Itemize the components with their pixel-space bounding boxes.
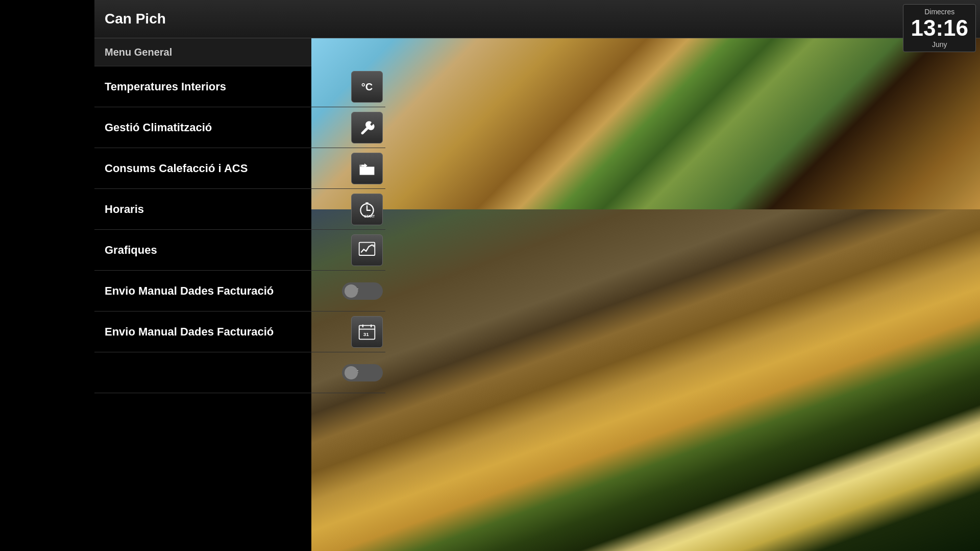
horaris-icon-button[interactable]: START xyxy=(351,194,383,225)
menu-item-label-grafiques: Grafiques xyxy=(105,244,351,257)
toggle-knob-2 xyxy=(345,366,358,379)
toggle-envio1[interactable]: OFF xyxy=(342,282,383,300)
svg-text:START: START xyxy=(364,214,375,218)
header-bar: Can Pich xyxy=(94,0,980,38)
app-title: Can Pich xyxy=(94,11,166,27)
folder-icon xyxy=(358,159,376,178)
toggle-knob-1 xyxy=(345,284,358,298)
background-photo-bottom xyxy=(311,209,980,551)
menu-item-envio1[interactable]: Envio Manual Dades Facturació OFF xyxy=(94,271,385,312)
menu-item-envio2[interactable]: Envio Manual Dades Facturació 31 xyxy=(94,312,385,352)
sub-header-bar: Menu General xyxy=(94,38,311,66)
menu-item-horaris[interactable]: Horaris START xyxy=(94,189,385,230)
menu-item-envio3[interactable]: OFF xyxy=(94,352,385,393)
bottom-panel xyxy=(94,510,311,551)
background-photo-top xyxy=(311,38,980,209)
menu-item-label-envio2: Envio Manual Dades Facturació xyxy=(105,325,351,339)
svg-text:31: 31 xyxy=(363,331,369,337)
menu-item-grafiques[interactable]: Grafiques xyxy=(94,230,385,271)
calendar-icon-button[interactable]: 31 xyxy=(351,316,383,348)
temperatures-icon-button[interactable]: °C xyxy=(351,71,383,103)
menu-item-label-temperatures: Temperatures Interiors xyxy=(105,80,351,93)
gestio-icon-button[interactable] xyxy=(351,112,383,143)
chart-icon xyxy=(358,241,376,259)
menu-item-consums[interactable]: Consums Calefacció i ACS xyxy=(94,148,385,189)
consums-icon-button[interactable] xyxy=(351,153,383,184)
menu-item-label-gestio: Gestió Climatització xyxy=(105,121,351,134)
far-left-panel xyxy=(0,0,94,551)
menu-title: Menu General xyxy=(105,46,172,58)
wrench-icon xyxy=(358,118,376,137)
clock-time: 13:16 xyxy=(911,16,968,40)
menu-item-label-consums: Consums Calefacció i ACS xyxy=(105,162,351,175)
svg-marker-6 xyxy=(371,245,374,247)
clock-day: Dimecres xyxy=(911,8,968,16)
menu-item-label-envio1: Envio Manual Dades Facturació xyxy=(105,284,342,298)
menu-item-temperatures[interactable]: Temperatures Interiors °C xyxy=(94,66,385,107)
timer-icon: START xyxy=(358,200,376,219)
menu-item-gestio[interactable]: Gestió Climatització xyxy=(94,107,385,148)
clock-widget: Dimecres 13:16 Juny xyxy=(903,4,976,52)
celsius-icon: °C xyxy=(361,82,373,92)
calendar-icon: 31 xyxy=(358,323,376,341)
grafiques-icon-button[interactable] xyxy=(351,234,383,266)
clock-month: Juny xyxy=(911,40,968,49)
toggle-envio2[interactable]: OFF xyxy=(342,364,383,381)
menu-container: Temperatures Interiors °C Gestió Climati… xyxy=(94,66,385,393)
menu-item-label-horaris: Horaris xyxy=(105,203,351,216)
